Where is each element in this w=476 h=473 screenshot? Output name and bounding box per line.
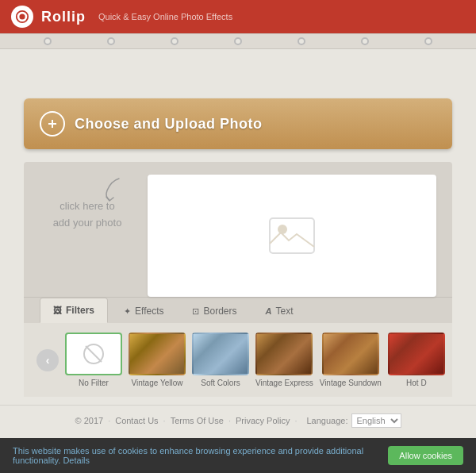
cookie-text: This website makes use of cookies to enh…: [13, 446, 380, 465]
header-tagline: Quick & Easy Online Photo Effects: [98, 12, 232, 21]
chevron-left-icon: ‹: [46, 354, 50, 367]
effects-icon: ✦: [124, 306, 131, 317]
upload-circle-icon: [40, 111, 65, 137]
filter-thumb-vintage-sundown[interactable]: [322, 333, 379, 375]
tab-text-label: Text: [275, 306, 293, 317]
filter-thumb-vintage-yellow[interactable]: [129, 333, 186, 375]
filter-label-vintage-express: Vintage Express: [255, 379, 313, 387]
language-select[interactable]: English: [351, 413, 401, 428]
dot-5: [298, 37, 305, 45]
cookie-banner: This website makes use of cookies to enh…: [0, 438, 476, 473]
tabs-list: 🖼 Filters ✦ Effects ⊡ Borders A Text: [40, 298, 436, 323]
svg-rect-4: [270, 218, 314, 253]
dot-7: [424, 37, 432, 45]
filter-thumb-soft-colors[interactable]: [192, 333, 249, 375]
svg-line-7: [86, 346, 102, 362]
cookie-details-link[interactable]: Details: [63, 456, 90, 465]
filter-item-vintage-sundown[interactable]: Vintage Sundown: [320, 333, 382, 387]
contact-us-link[interactable]: Contact Us: [115, 416, 158, 425]
tab-text[interactable]: A Text: [253, 299, 306, 323]
filter-label-no-filter: No Filter: [79, 379, 109, 387]
tab-filters-label: Filters: [66, 305, 94, 316]
filters-section: ‹ No Filter Vintage Yellow Soft Colors: [24, 323, 452, 397]
tab-effects[interactable]: ✦ Effects: [111, 299, 176, 323]
tab-borders[interactable]: ⊡ Borders: [179, 299, 249, 323]
tab-filters[interactable]: 🖼 Filters: [40, 298, 108, 323]
dot-2: [107, 37, 115, 45]
click-hint-area[interactable]: click here to add your photo: [40, 175, 135, 297]
filter-label-vintage-yellow: Vintage Yellow: [132, 379, 183, 387]
filter-label-vintage-sundown: Vintage Sundown: [320, 379, 382, 387]
header: Rollip Quick & Easy Online Photo Effects: [0, 0, 476, 33]
upload-section[interactable]: Choose and Upload Photo: [24, 98, 452, 149]
tab-effects-label: Effects: [135, 306, 163, 317]
text-icon: A: [266, 306, 272, 316]
filter-label-soft-colors: Soft Colors: [201, 379, 240, 387]
upload-button-label: Choose and Upload Photo: [75, 116, 263, 133]
no-filter-icon: [82, 342, 106, 366]
dot-4: [234, 37, 242, 45]
filter-item-soft-colors[interactable]: Soft Colors: [192, 333, 249, 387]
terms-link[interactable]: Terms Of Use: [171, 416, 224, 425]
copyright: © 2017: [75, 416, 103, 425]
filter-item-no-filter[interactable]: No Filter: [65, 333, 122, 387]
filter-thumb-vintage-express[interactable]: [255, 333, 313, 375]
dot-1: [44, 37, 52, 45]
dot-6: [361, 37, 369, 45]
footer: © 2017 · Contact Us · Terms Of Use · Pri…: [0, 405, 476, 436]
logo-icon: [11, 6, 33, 28]
svg-point-5: [278, 225, 287, 234]
privacy-link[interactable]: Privacy Policy: [236, 416, 290, 425]
filter-prev-button[interactable]: ‹: [36, 349, 59, 371]
photo-placeholder[interactable]: [148, 175, 436, 297]
filter-item-hot[interactable]: Hot D: [388, 333, 445, 387]
filter-label-hot: Hot D: [406, 379, 427, 387]
language-label: Language:: [307, 416, 348, 425]
filter-item-vintage-yellow[interactable]: Vintage Yellow: [129, 333, 186, 387]
decoration-bar: [0, 33, 476, 49]
arrow-icon: [95, 175, 127, 206]
filters-icon: 🖼: [53, 306, 62, 315]
language-selector[interactable]: Language: English: [307, 413, 401, 428]
brand-name: Rollip: [41, 9, 86, 25]
svg-point-1: [19, 13, 25, 19]
dot-3: [171, 37, 178, 45]
filter-item-vintage-express[interactable]: Vintage Express: [255, 333, 313, 387]
photo-placeholder-icon: [268, 217, 316, 255]
allow-cookies-button[interactable]: Allow cookies: [388, 446, 463, 465]
filter-thumb-no-filter[interactable]: [65, 333, 122, 375]
main-content: Choose and Upload Photo click here to ad…: [0, 83, 476, 405]
borders-icon: ⊡: [192, 306, 199, 317]
tab-borders-label: Borders: [203, 306, 236, 317]
filter-thumb-hot[interactable]: [388, 333, 445, 375]
tabs-container: 🖼 Filters ✦ Effects ⊡ Borders A Text: [24, 297, 452, 323]
